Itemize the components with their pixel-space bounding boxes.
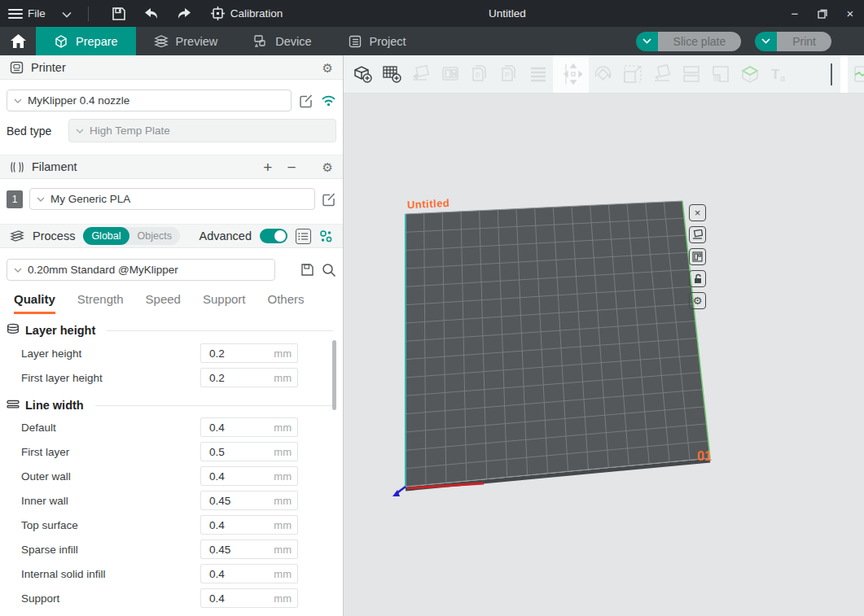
setting-input[interactable]: 0.4 mm [200,564,298,583]
svg-text:P: P [505,71,510,79]
setting-input[interactable]: 0.5 mm [200,442,298,461]
print-dropdown-button[interactable] [755,32,777,51]
divider [107,330,333,331]
chevron-down-icon [761,38,770,44]
slice-dropdown-button[interactable] [636,32,658,51]
scope-objects-button[interactable]: Objects [129,227,180,245]
setting-value: 0.2 [201,347,225,360]
save-icon[interactable] [105,3,133,24]
search-icon[interactable] [322,263,336,277]
chevron-down-icon[interactable] [62,7,72,20]
lock-plate-icon[interactable] [689,270,706,287]
edit-filament-icon[interactable] [322,192,336,207]
chevron-down-icon [76,129,84,133]
svg-text:a: a [780,73,786,83]
param-setting-icon[interactable] [319,229,333,243]
hamburger-icon[interactable] [8,9,23,19]
scope-global-button[interactable]: Global [83,227,129,245]
sidebar-scrollbar[interactable] [332,340,336,410]
mesh-boolean-icon [735,59,765,89]
printer-preset-select[interactable]: MyKlipper 0.4 nozzle [7,90,292,111]
slice-plate-button[interactable]: Slice plate [658,32,742,51]
setting-label: Internal solid infill [21,568,106,580]
setting-unit: mm [274,519,297,531]
minimize-button[interactable]: − [781,0,809,27]
setting-section-title: Line width [25,399,84,412]
setting-label: Support [21,592,59,605]
advanced-toggle[interactable] [260,229,287,243]
edit-printer-icon[interactable] [299,94,314,108]
setting-unit: mm [274,568,297,580]
tab-device[interactable]: Device [235,27,329,55]
redo-icon[interactable] [170,3,198,24]
tab-support[interactable]: Support [203,292,246,314]
tab-strength[interactable]: Strength [77,292,124,314]
process-section-header: Process Global Objects Advanced [0,224,343,248]
setting-label: First layer [21,446,69,458]
maximize-button[interactable] [809,0,836,27]
save-preset-icon[interactable] [300,263,314,277]
setting-input[interactable]: 0.4 mm [200,417,298,437]
setting-row: Support 0.4 mm [0,586,343,610]
tab-prepare-label: Prepare [76,35,118,48]
setting-input[interactable]: 0.2 mm [200,368,298,387]
process-preset-select[interactable]: 0.20mm Standard @MyKlipper [7,259,275,281]
plate-settings-icon[interactable]: ⚙ [689,292,706,309]
plate-number-label: 01 [697,449,712,464]
text-tool-icon: Ta [765,59,794,89]
print-button[interactable]: Print [777,32,831,51]
setting-input[interactable]: 0.2 mm [200,343,298,363]
tab-quality[interactable]: Quality [14,292,55,314]
tab-prepare[interactable]: Prepare [36,27,136,55]
setting-unit: mm [274,446,297,458]
bed-type-label: Bed type [7,125,68,138]
rotate-icon [589,59,618,89]
bed-type-select[interactable]: High Temp Plate [68,119,336,142]
setting-label: Default [21,422,56,434]
arrange-plate-icon[interactable] [689,248,706,265]
remove-filament-button[interactable]: − [287,159,296,175]
chevron-down-icon [37,197,45,202]
setting-section-header: Line width [7,399,333,412]
tab-preview[interactable]: Preview [136,27,236,55]
setting-input[interactable]: 0.45 mm [200,491,298,510]
add-object-icon[interactable] [348,59,377,89]
add-filament-button[interactable]: + [263,159,272,175]
calibration-label: Calibration [230,7,283,20]
tab-speed[interactable]: Speed [146,292,181,314]
delete-plate-icon[interactable]: × [689,204,706,221]
setting-label: Outer wall [21,470,71,483]
setting-section-title: Layer height [25,324,95,337]
calibration-button[interactable]: Calibration [211,7,283,20]
tab-project[interactable]: Project [330,27,424,55]
setting-input[interactable]: 0.4 mm [200,588,298,608]
add-plate-icon[interactable] [377,59,406,89]
wifi-icon[interactable] [321,94,336,107]
lay-on-face-icon [647,59,677,89]
variable-layer-icon [706,59,735,89]
setting-input[interactable]: 0.4 mm [200,466,298,486]
layer-height-icon [7,323,20,338]
file-menu[interactable]: File [28,7,46,20]
param-list-icon[interactable] [296,229,311,244]
setting-input[interactable]: 0.45 mm [200,540,298,559]
chevron-down-icon [643,38,651,44]
filament-settings-icon[interactable]: ⚙ [322,161,333,173]
setting-value: 0.2 [201,372,225,384]
printer-preset-value: MyKlipper 0.4 nozzle [28,94,129,107]
cut-icon [677,59,706,89]
orient-plate-icon[interactable] [689,226,706,243]
filament-preset-select[interactable]: My Generic PLA [29,188,315,210]
viewport[interactable]: 0 P [344,55,864,616]
close-button[interactable]: × [836,0,864,27]
home-button[interactable] [0,27,36,55]
build-plate-canvas[interactable]: Untitled 01 × ⚙ [344,94,864,616]
setting-input[interactable]: 0.4 mm [200,515,298,535]
printer-settings-icon[interactable]: ⚙ [322,62,333,74]
build-plate[interactable] [344,94,864,616]
undo-icon[interactable] [138,3,165,24]
setting-value: 0.45 [201,495,230,507]
setting-value: 0.4 [201,470,225,483]
setting-value: 0.4 [201,592,225,605]
tab-others[interactable]: Others [268,292,305,314]
